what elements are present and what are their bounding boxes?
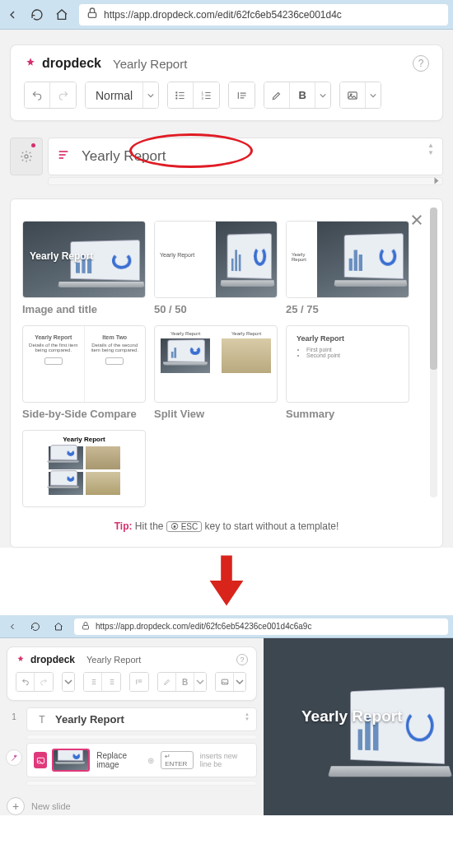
style-caret-2[interactable]: [63, 673, 74, 691]
quote-button-2[interactable]: [130, 673, 148, 691]
template3-mini-title: Yearly Report: [292, 252, 317, 262]
back-icon[interactable]: [5, 7, 20, 22]
highlight-button-2[interactable]: [158, 673, 176, 691]
settings-dot-icon: [31, 143, 35, 147]
close-icon[interactable]: [409, 212, 424, 231]
reload-icon[interactable]: [30, 7, 44, 22]
svg-rect-0: [88, 12, 96, 17]
template1-label: Image and title: [22, 303, 146, 315]
bold-button[interactable]: B: [290, 82, 315, 108]
home-icon[interactable]: [54, 7, 69, 22]
title-input[interactable]: [82, 148, 230, 165]
new-slide-row[interactable]: + New slide: [7, 797, 257, 815]
document-title: Yearly Report: [113, 57, 187, 71]
template4-label: Side-by-Side Compare: [22, 408, 146, 420]
quote-button[interactable]: [229, 82, 255, 108]
template-side-by-side[interactable]: Yearly ReportDetails of the first item b…: [22, 325, 146, 420]
redo-button[interactable]: [50, 82, 76, 108]
svg-rect-25: [83, 625, 89, 629]
gal-head: Yearly Report: [63, 436, 105, 443]
sum-head: Yearly Report: [297, 334, 399, 343]
title-editor: ▲▼: [48, 138, 443, 175]
magic-button[interactable]: [6, 749, 22, 766]
bold-button-2[interactable]: B: [176, 673, 194, 691]
svg-point-1: [176, 91, 177, 92]
sbs-col2-desc: Details of the second item being compare…: [89, 343, 140, 352]
brand-text: dropdeck: [42, 56, 101, 71]
address-bar[interactable]: https://app.dropdeck.com/edit/62fc6eb542…: [79, 4, 448, 26]
svg-point-2: [176, 95, 177, 96]
json-icon: ⊕: [147, 756, 154, 765]
tip-line: Tip: Hit the ⦿ ESC key to start without …: [22, 520, 431, 532]
lock-icon: [86, 7, 99, 22]
preview-title: Yearly Report: [301, 707, 403, 726]
bulleted-list-button-2[interactable]: [84, 673, 102, 691]
numbered-list-button-2[interactable]: [102, 673, 120, 691]
sv-cap2: Yearly Report: [231, 331, 261, 336]
style-selector[interactable]: Normal: [86, 82, 143, 108]
enter-key: ↵ ENTER: [161, 751, 193, 769]
image-button[interactable]: [340, 82, 366, 108]
slide-number: 1: [12, 712, 16, 721]
ghost-row-2: [26, 781, 257, 786]
redo-button-2[interactable]: [35, 673, 53, 691]
numbered-list-button[interactable]: 123: [194, 82, 219, 108]
text-icon: T: [35, 714, 49, 726]
brand-text-2: dropdeck: [30, 654, 75, 665]
undo-button-2[interactable]: [16, 673, 35, 691]
app-card: dropdeck Yearly Report ? Normal 123: [10, 44, 443, 121]
document-title-2: Yearly Report: [86, 655, 141, 665]
style-caret[interactable]: [143, 82, 158, 108]
help-button-2[interactable]: ?: [236, 654, 248, 665]
template2-mini-title: Yearly Report: [160, 252, 194, 258]
template-split-view[interactable]: Yearly Report Yearly Report Split View: [154, 325, 278, 420]
svg-point-19: [25, 155, 28, 158]
sbs-col2-head: Item Two: [89, 334, 140, 340]
template5-label: Split View: [154, 408, 278, 420]
chooser-scrollbar[interactable]: [430, 208, 437, 497]
template-gallery[interactable]: Yearly Report: [22, 430, 146, 507]
image-button-2[interactable]: [216, 673, 234, 691]
image-thumbnail[interactable]: [52, 749, 90, 772]
svg-point-3: [176, 97, 177, 98]
image-block-icon: [34, 752, 47, 768]
highlight-button[interactable]: [264, 82, 290, 108]
address-bar-2[interactable]: https://app.dropdeck.com/edit/62fc6eb542…: [74, 618, 448, 635]
template-50-50[interactable]: Yearly Report 50 / 50: [154, 221, 278, 315]
toolbar: Normal 123 B: [24, 82, 429, 109]
format-caret-2[interactable]: [194, 673, 206, 691]
template-image-and-title[interactable]: Yearly Report Image and title: [22, 221, 146, 315]
reload-icon-2[interactable]: [28, 619, 43, 634]
sum-p1: First point: [306, 347, 399, 352]
template2-label: 50 / 50: [154, 303, 278, 315]
image-caret-2[interactable]: [234, 673, 245, 691]
plus-icon: +: [7, 797, 25, 815]
brand-logo-icon: [24, 57, 37, 70]
text-format-caret[interactable]: [315, 82, 330, 108]
svg-text:3: 3: [201, 96, 203, 100]
title-row: ▲▼: [10, 138, 443, 175]
image-caret[interactable]: [366, 82, 381, 108]
browser-chrome-bottom: https://app.dropdeck.com/edit/62fc6eb542…: [0, 615, 453, 638]
template-25-75[interactable]: Yearly Report 25 / 75: [286, 221, 409, 315]
slide-settings-button[interactable]: [10, 138, 43, 175]
ghost-row: [26, 735, 257, 740]
sv-cap1: Yearly Report: [170, 331, 200, 336]
tip-prefix: Tip:: [114, 520, 133, 532]
slide-image-row[interactable]: Replace image ⊕ ↵ ENTER inserts new line…: [26, 743, 257, 777]
outline-icon: [57, 148, 70, 165]
undo-button[interactable]: [25, 82, 50, 108]
slide-title-row[interactable]: T Yearly Report ▲▼: [26, 707, 257, 731]
title-spinners[interactable]: ▲▼: [427, 142, 439, 171]
app-header: dropdeck Yearly Report ?: [24, 55, 429, 72]
sum-p2: Second point: [306, 352, 399, 358]
app-card-2: dropdeck Yearly Report ? B: [7, 646, 257, 701]
hscroll-stub[interactable]: [48, 177, 443, 185]
esc-key: ⦿ ESC: [166, 521, 202, 532]
home-icon-2[interactable]: [51, 619, 66, 634]
template3-label: 25 / 75: [286, 303, 409, 315]
bulleted-list-button[interactable]: [168, 82, 194, 108]
template-summary[interactable]: Yearly ReportFirst pointSecond point Sum…: [286, 325, 409, 420]
help-button[interactable]: ?: [413, 55, 429, 72]
back-icon-2[interactable]: [5, 619, 20, 634]
